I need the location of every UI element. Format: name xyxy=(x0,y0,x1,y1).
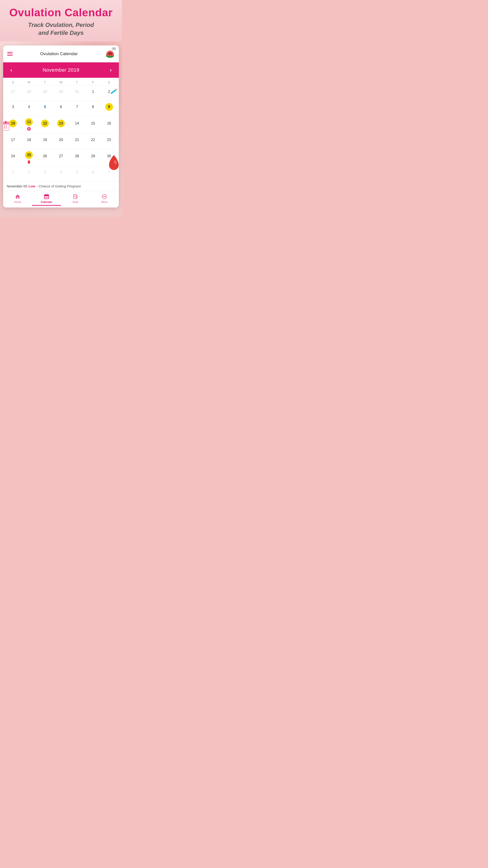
day-header-fri: F xyxy=(85,81,101,84)
cal-cell-29[interactable]: 29 xyxy=(85,151,101,164)
cal-cell-4[interactable]: 4 xyxy=(21,102,37,114)
svg-point-19 xyxy=(4,127,5,128)
blood-drop-small xyxy=(27,159,31,164)
calendar-icon xyxy=(43,194,50,199)
svg-rect-31 xyxy=(45,197,46,197)
cal-cell-7[interactable]: 7 xyxy=(69,102,85,114)
cal-cell-3-dec[interactable]: 3 xyxy=(37,168,53,180)
cal-cell-13[interactable]: 13 xyxy=(53,119,69,131)
cal-cell-11[interactable]: 11 xyxy=(21,117,37,132)
day-header-sun: S xyxy=(5,81,21,84)
day-headers: S M T W T F S xyxy=(3,78,119,86)
cal-cell-24[interactable]: 24 xyxy=(5,151,21,164)
cal-cell-2-dec[interactable]: 2 xyxy=(21,168,37,180)
status-bar: November 05 Low - Chance of Getting Preg… xyxy=(3,181,119,191)
cal-cell-8[interactable]: 8 xyxy=(85,102,101,114)
bottom-nav-home-label: Home xyxy=(14,200,21,204)
home-icon xyxy=(15,194,21,199)
cal-cell-27[interactable]: 27 xyxy=(53,151,69,164)
cal-cell-9[interactable]: 9 xyxy=(101,102,117,114)
cal-cell-16[interactable]: 16 xyxy=(101,119,117,131)
active-indicator xyxy=(32,205,61,206)
day-header-tue: T xyxy=(37,81,53,84)
cal-cell-15[interactable]: 15 xyxy=(85,119,101,131)
svg-point-15 xyxy=(4,126,5,127)
cal-cell-17[interactable]: 17 xyxy=(5,135,21,147)
calendar-week-2: 3 4 5 6 7 8 9 xyxy=(5,101,117,116)
cal-cell-31-oct[interactable]: 31 xyxy=(69,87,85,99)
cal-cell-29-oct[interactable]: 29 xyxy=(37,87,53,99)
prev-month-button[interactable]: ‹ xyxy=(8,66,14,74)
cal-cell-19[interactable]: 19 xyxy=(37,135,53,147)
cal-cell-14[interactable]: 14 xyxy=(69,119,85,131)
bottom-nav-more[interactable]: More xyxy=(90,193,119,207)
cal-cell-22[interactable]: 22 xyxy=(85,135,101,147)
app-nav-bar: Ovulation Calendar AD xyxy=(3,45,119,62)
svg-rect-12 xyxy=(5,121,6,123)
bottom-nav-calendar[interactable]: Calendar xyxy=(32,193,61,207)
svg-point-41 xyxy=(103,196,104,197)
calendar-week-4: 17 18 19 20 21 22 23 xyxy=(5,134,117,149)
month-label: November 2019 xyxy=(42,67,79,73)
cal-cell-20[interactable]: 20 xyxy=(53,135,69,147)
cal-cell-3[interactable]: 3 xyxy=(5,102,21,114)
svg-rect-32 xyxy=(46,197,47,197)
cal-cell-23[interactable]: 23 xyxy=(101,135,117,147)
bottom-nav-home[interactable]: Home xyxy=(3,193,32,207)
day-header-mon: M xyxy=(21,81,37,84)
calendar-grid: 27 28 29 30 31 1 2 xyxy=(3,86,119,181)
mini-calendar-decoration xyxy=(3,121,9,131)
app-header: Ovulation Calendar Track Ovulation, Peri… xyxy=(0,0,122,41)
cal-cell-30-oct[interactable]: 30 xyxy=(53,87,69,99)
cal-cell-4-dec[interactable]: 4 xyxy=(53,168,69,180)
cal-cell-6-dec[interactable]: 6 xyxy=(85,168,101,180)
ovum-icon xyxy=(26,126,31,131)
cal-cell-21[interactable]: 21 xyxy=(69,135,85,147)
day-header-wed: W xyxy=(53,81,69,84)
cal-cell-1-dec[interactable]: 1 xyxy=(5,168,21,180)
svg-point-20 xyxy=(6,127,7,128)
bottom-nav-note[interactable]: Note xyxy=(61,193,90,207)
calendar-week-5: 24 25 26 27 28 29 30 xyxy=(5,149,117,166)
cal-cell-27-oct[interactable]: 27 xyxy=(5,87,21,99)
cal-cell-28[interactable]: 28 xyxy=(69,151,85,164)
month-header: ‹ November 2019 › xyxy=(3,62,119,78)
bottom-nav: Home Calendar xyxy=(3,191,119,208)
nav-bar-title: Ovulation Calendar xyxy=(40,51,78,56)
svg-point-25 xyxy=(28,128,29,129)
cal-cell-18[interactable]: 18 xyxy=(21,135,37,147)
status-desc: - Chance of Getting Pregnant xyxy=(37,184,80,188)
svg-point-43 xyxy=(105,196,106,197)
bottom-nav-note-label: Note xyxy=(72,200,78,204)
calendar-week-6: 1 2 3 4 5 6 7 xyxy=(5,166,117,181)
cal-cell-25[interactable]: 25 xyxy=(21,150,37,165)
svg-rect-34 xyxy=(45,198,46,198)
next-month-button[interactable]: › xyxy=(107,66,114,74)
app-subtitle: Track Ovulation, Periodand Fertile Days xyxy=(4,21,118,37)
svg-rect-35 xyxy=(46,198,47,198)
svg-point-42 xyxy=(104,196,105,197)
status-level: Low xyxy=(29,184,35,188)
watermelon-icon-wrapper: AD xyxy=(105,49,115,59)
more-icon xyxy=(101,194,107,199)
cal-cell-6[interactable]: 6 xyxy=(53,102,69,114)
cal-cell-26[interactable]: 26 xyxy=(37,151,53,164)
svg-rect-33 xyxy=(47,197,48,197)
svg-point-16 xyxy=(6,126,7,127)
app-title: Ovulation Calendar xyxy=(4,7,118,19)
svg-rect-28 xyxy=(44,195,49,196)
cal-cell-5[interactable]: 5 xyxy=(37,102,53,114)
app-card: Ovulation Calendar AD xyxy=(3,45,119,208)
cal-cell-7-dec[interactable]: 7 xyxy=(101,168,117,180)
calendar-week-1: 27 28 29 30 31 1 2 xyxy=(5,86,117,101)
cal-cell-30[interactable]: 30 xyxy=(101,151,117,164)
day-header-sat: S xyxy=(101,81,117,84)
cal-cell-12[interactable]: 12 xyxy=(37,119,53,131)
cal-cell-10[interactable]: 10 xyxy=(5,119,21,131)
hamburger-menu[interactable] xyxy=(7,52,13,56)
cal-cell-5-dec[interactable]: 5 xyxy=(69,168,85,180)
cal-cell-2[interactable]: 2 xyxy=(101,87,117,99)
cal-cell-28-oct[interactable]: 28 xyxy=(21,87,37,99)
bottom-nav-calendar-label: Calendar xyxy=(41,200,52,204)
cal-cell-1[interactable]: 1 xyxy=(85,87,101,99)
